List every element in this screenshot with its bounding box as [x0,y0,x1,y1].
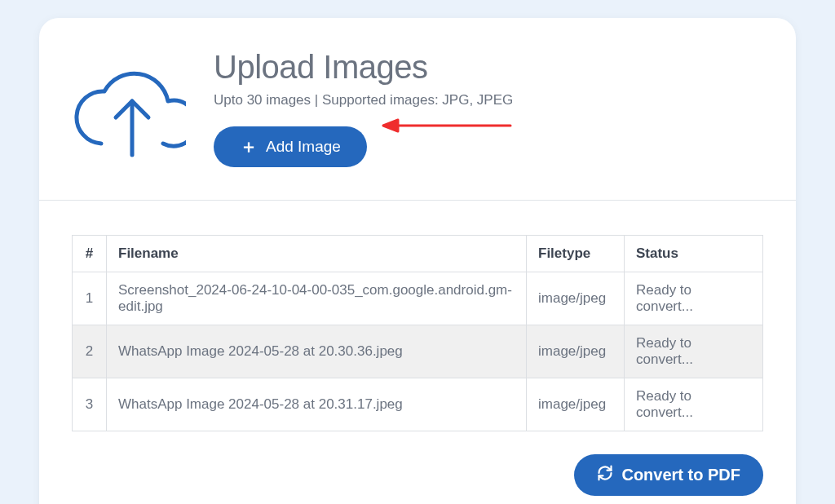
cloud-upload-icon [72,55,186,161]
cell-filetype: image/jpeg [527,325,625,378]
table-row: 2 WhatsApp Image 2024-05-28 at 20.30.36.… [73,325,763,378]
plus-icon: ＋ [240,138,258,156]
upload-card: Upload Images Upto 30 images | Supported… [39,18,796,504]
cell-status: Ready to convert... [625,325,763,378]
cell-filename: WhatsApp Image 2024-05-28 at 20.31.17.jp… [107,378,527,431]
cell-filename: Screenshot_2024-06-24-10-04-00-035_com.g… [107,272,527,325]
cell-status: Ready to convert... [625,272,763,325]
col-header-status: Status [625,236,763,272]
cell-idx: 1 [73,272,107,325]
cell-idx: 3 [73,378,107,431]
refresh-icon [597,465,613,485]
page-title: Upload Images [214,49,763,86]
header-text: Upload Images Upto 30 images | Supported… [214,49,763,167]
subtitle: Upto 30 images | Supported images: JPG, … [214,92,763,108]
cell-filetype: image/jpeg [527,378,625,431]
cell-status: Ready to convert... [625,378,763,431]
col-header-filetype: Filetype [527,236,625,272]
convert-label: Convert to PDF [621,466,740,484]
add-image-label: Add Image [266,138,341,156]
files-table: # Filename Filetype Status 1 Screenshot_… [72,235,763,431]
col-header-filename: Filename [107,236,527,272]
table-row: 1 Screenshot_2024-06-24-10-04-00-035_com… [73,272,763,325]
add-image-button[interactable]: ＋ Add Image [214,126,367,167]
upload-header: Upload Images Upto 30 images | Supported… [39,18,796,200]
convert-to-pdf-button[interactable]: Convert to PDF [574,454,763,496]
table-section: # Filename Filetype Status 1 Screenshot_… [39,201,796,504]
table-row: 3 WhatsApp Image 2024-05-28 at 20.31.17.… [73,378,763,431]
cell-filename: WhatsApp Image 2024-05-28 at 20.30.36.jp… [107,325,527,378]
cell-filetype: image/jpeg [527,272,625,325]
convert-row: Convert to PDF [72,454,763,496]
col-header-idx: # [73,236,107,272]
table-header-row: # Filename Filetype Status [73,236,763,272]
cell-idx: 2 [73,325,107,378]
